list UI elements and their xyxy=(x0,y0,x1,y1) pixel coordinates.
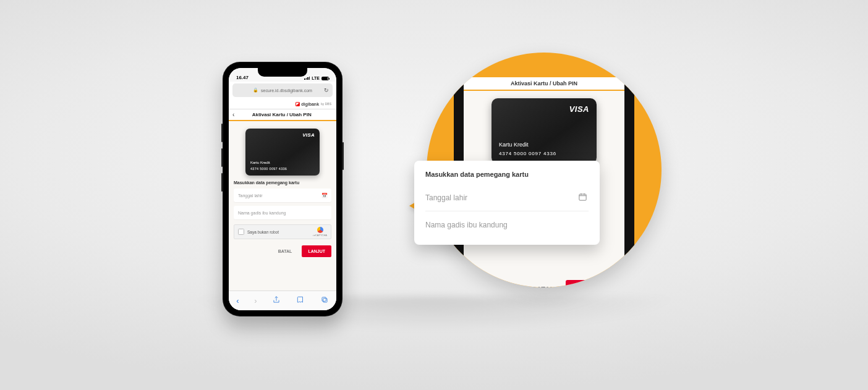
zoom-form-section-label: Masukkan data pemegang kartu xyxy=(425,171,589,178)
card-number: 4374 5000 0097 4336 xyxy=(250,167,287,171)
zoom-phone-bezel-right xyxy=(624,77,634,287)
address-bar[interactable]: 🔒 secure.id.dbsdigibank.com ↻ xyxy=(232,83,333,97)
url-text: secure.id.dbsdigibank.com xyxy=(261,88,312,93)
tabs-icon[interactable] xyxy=(320,295,329,306)
battery-icon xyxy=(321,77,329,80)
form-section-label: Masukkan data pemegang kartu xyxy=(234,180,331,185)
phone-screen: 16.47 LTE 🔒 secure.id.dbsdigibank.com ↻ … xyxy=(229,68,336,310)
next-button[interactable]: LANJUT xyxy=(302,245,331,257)
browser-tab-bar: ‹ › xyxy=(229,290,336,310)
mother-placeholder: Nama gadis ibu kandung xyxy=(238,211,286,215)
phone-notch xyxy=(258,68,307,77)
card-type-label: Kartu Kredit xyxy=(250,161,270,164)
brand-suffix: by DBS xyxy=(321,102,331,106)
browser-back-icon[interactable]: ‹ xyxy=(236,296,239,305)
zoom-mother-maiden-input[interactable]: Nama gadis ibu kandung xyxy=(425,211,589,239)
svg-rect-1 xyxy=(323,299,326,302)
card-brand: VISA xyxy=(302,132,315,138)
zoom-callout: Aktivasi Kartu / Ubah PIN VISA Kartu Kre… xyxy=(402,46,674,318)
mother-maiden-input[interactable]: Nama gadis ibu kandung xyxy=(234,206,331,219)
recaptcha-icon xyxy=(317,227,323,233)
zoom-dob-input[interactable]: Tanggal lahir xyxy=(425,184,589,211)
network-label: LTE xyxy=(312,76,320,80)
page-content: VISA Kartu Kredit 4374 5000 0097 4336 Ma… xyxy=(229,121,336,290)
svg-rect-2 xyxy=(579,194,586,200)
recaptcha-badge: reCAPTCHA xyxy=(313,227,327,237)
captcha-checkbox[interactable] xyxy=(238,229,244,235)
lock-icon: 🔒 xyxy=(253,88,258,93)
zoom-cancel-button[interactable]: BATAL xyxy=(532,286,555,287)
reload-icon[interactable]: ↻ xyxy=(324,87,329,93)
zoom-calendar-icon[interactable] xyxy=(578,192,587,203)
signal-icon xyxy=(304,77,310,80)
zoom-card-type-label: Kartu Kredit xyxy=(499,142,529,148)
zoom-form-card: Masukkan data pemegang kartu Tanggal lah… xyxy=(414,161,600,245)
phone-frame: 16.47 LTE 🔒 secure.id.dbsdigibank.com ↻ … xyxy=(223,62,343,316)
zoom-card-brand: VISA xyxy=(569,104,589,114)
zoom-next-button[interactable]: LANJUT xyxy=(566,280,613,287)
brand-header: digibank by DBS xyxy=(229,99,336,109)
page-titlebar: ‹ Aktivasi Kartu / Ubah PIN xyxy=(229,109,336,121)
bookmarks-icon[interactable] xyxy=(296,295,305,306)
status-time: 16.47 xyxy=(236,75,249,80)
credit-card-visual: VISA Kartu Kredit 4374 5000 0097 4336 xyxy=(245,129,320,176)
cancel-button[interactable]: BATAL xyxy=(273,245,297,257)
zoom-dob-placeholder: Tanggal lahir xyxy=(425,193,467,202)
svg-rect-0 xyxy=(322,297,326,301)
brand-name: digibank xyxy=(301,102,319,106)
zoom-card-number: 4374 5000 0097 4336 xyxy=(499,151,556,156)
share-icon[interactable] xyxy=(272,295,281,306)
zoom-mother-placeholder: Nama gadis ibu kandung xyxy=(425,221,508,229)
zoom-credit-card-visual: VISA Kartu Kredit 4374 5000 0097 4336 xyxy=(491,98,597,164)
brand-logo-icon xyxy=(296,102,300,106)
page-title: Aktivasi Kartu / Ubah PIN xyxy=(231,112,333,117)
browser-forward-icon: › xyxy=(254,296,257,305)
captcha-label: Saya bukan robot xyxy=(247,230,279,234)
calendar-icon[interactable]: 📅 xyxy=(321,193,328,198)
dob-placeholder: Tanggal lahir xyxy=(238,193,263,198)
dob-input[interactable]: Tanggal lahir 📅 xyxy=(234,189,331,202)
recaptcha-widget[interactable]: Saya bukan robot reCAPTCHA xyxy=(234,224,331,239)
zoom-page-title: Aktivasi Kartu / Ubah PIN xyxy=(464,77,624,91)
